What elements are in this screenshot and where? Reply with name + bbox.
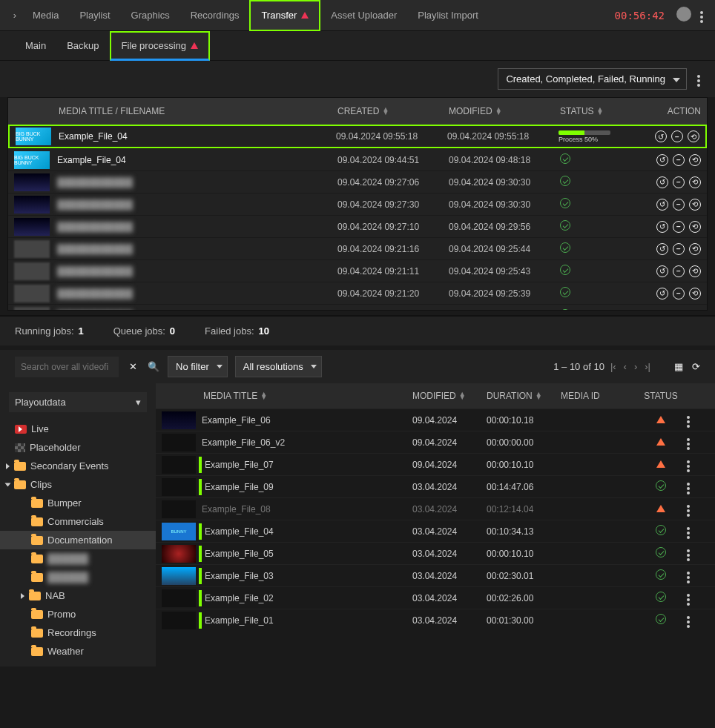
kebab-icon[interactable] [700,10,703,21]
restart-icon[interactable] [656,154,668,166]
row-kebab-icon[interactable] [687,504,709,514]
lcol-title[interactable]: MEDIA TITLE▲▼ [203,391,412,401]
tree-live[interactable]: Live [0,420,156,438]
hist-icon[interactable] [689,176,701,188]
minus-icon[interactable] [673,221,685,233]
nav-tab-transfer[interactable]: Transfer [249,0,320,31]
job-row[interactable]: ████████████09.04.2024 09:21:2409.04.202… [8,304,707,310]
page-last-icon[interactable]: ›| [643,361,652,372]
page-prev-icon[interactable]: ‹ [622,361,628,372]
tree-item-commercials[interactable]: Commercials [0,512,156,531]
row-kebab-icon[interactable] [687,615,709,626]
tree-item-promo[interactable]: Promo [0,605,156,623]
hist-icon[interactable] [689,199,701,211]
tree-item-blurred[interactable]: ██████ [0,568,156,586]
tree-placeholder[interactable]: Placeholder [0,438,156,457]
row-kebab-icon[interactable] [687,549,709,559]
filter-kebab-icon[interactable] [697,73,700,85]
row-kebab-icon[interactable] [687,482,709,492]
row-kebab-icon[interactable] [687,437,709,448]
nav-tab-playlist[interactable]: Playlist [69,0,120,31]
lcol-media-id[interactable]: MEDIA ID [561,391,635,401]
col-status[interactable]: STATUS▲▼ [560,106,634,116]
search-input[interactable] [15,357,119,377]
lcol-duration[interactable]: DURATION▲▼ [487,391,561,401]
tree-item-documentation[interactable]: Documentation [0,531,156,549]
media-row[interactable]: Example_File_06_v209.04.202400:00:00.00 [156,431,715,453]
filter-dropdown[interactable]: No filter [168,356,228,377]
tree-clips[interactable]: Clips [0,475,156,494]
minus-icon[interactable] [673,288,685,300]
clear-icon[interactable]: ✕ [126,361,139,372]
col-created[interactable]: CREATED▲▼ [337,106,449,116]
hist-icon[interactable] [689,310,701,311]
hist-icon[interactable] [689,221,701,233]
page-first-icon[interactable]: |‹ [609,361,618,372]
search-icon[interactable]: 🔍 [147,361,160,372]
media-row[interactable]: Example_File_0303.04.202400:02:30.01 [156,564,715,586]
hist-icon[interactable] [689,154,701,166]
media-row[interactable]: Example_File_0103.04.202400:01:30.00 [156,609,715,631]
row-kebab-icon[interactable] [687,415,709,426]
row-kebab-icon[interactable] [687,460,709,470]
lcol-modified[interactable]: MODIFIED▲▼ [412,391,487,401]
hist-icon[interactable] [689,243,701,255]
subtab-backup[interactable]: Backup [56,31,109,61]
media-row[interactable]: Example_File_0503.04.202400:00:10.10 [156,542,715,564]
status-filter-dropdown[interactable]: Created, Completed, Failed, Running [498,68,687,90]
tree-item-weather[interactable]: Weather [0,642,156,661]
tree-secondary[interactable]: Secondary Events [0,457,156,475]
minus-icon[interactable] [673,176,685,188]
job-row[interactable]: ████████████09.04.2024 09:21:1109.04.202… [8,259,707,282]
tree-item-nab[interactable]: NAB [0,586,156,605]
subtab-file-processing[interactable]: File processing [110,31,210,61]
row-kebab-icon[interactable] [687,571,709,581]
nav-tab-recordings[interactable]: Recordings [180,0,250,31]
page-next-icon[interactable]: › [633,361,639,372]
refresh-icon[interactable]: ⟳ [692,361,700,372]
grid-view-icon[interactable]: ▦ [674,361,683,372]
restart-icon[interactable] [656,243,668,255]
hist-icon[interactable] [689,265,701,277]
media-row[interactable]: Example_File_0803.04.202400:12:14.04 [156,497,715,520]
minus-icon[interactable] [673,310,685,311]
restart-icon[interactable] [655,130,667,142]
tree-root-dropdown[interactable]: Playoutdata▾ [9,392,147,412]
minus-icon[interactable] [671,130,683,142]
nav-tab-graphics[interactable]: Graphics [121,0,180,31]
lcol-status[interactable]: STATUS [635,391,687,401]
tree-item-recordings[interactable]: Recordings [0,623,156,642]
restart-icon[interactable] [656,288,668,300]
restart-icon[interactable] [656,221,668,233]
minus-icon[interactable] [673,243,685,255]
job-row[interactable]: ████████████09.04.2024 09:27:1009.04.202… [8,215,707,237]
job-row[interactable]: ████████████09.04.2024 09:21:2009.04.202… [8,282,707,304]
minus-icon[interactable] [673,154,685,166]
hist-icon[interactable] [688,130,699,142]
media-row[interactable]: Example_File_0903.04.202400:14:47.06 [156,475,715,497]
restart-icon[interactable] [656,310,668,311]
restart-icon[interactable] [656,199,668,211]
job-row[interactable]: ████████████09.04.2024 09:27:0609.04.202… [8,171,707,193]
nav-tab-media[interactable]: Media [22,0,69,31]
tree-item-bumper[interactable]: Bumper [0,494,156,512]
row-kebab-icon[interactable] [687,526,709,537]
job-row[interactable]: ████████████09.04.2024 09:27:3009.04.202… [8,193,707,215]
job-row[interactable]: ████████████09.04.2024 09:21:1609.04.202… [8,237,707,259]
nav-tab-playlist-import[interactable]: Playlist Import [407,0,489,31]
media-row[interactable]: Example_File_0709.04.202400:00:10.10 [156,453,715,475]
nav-tab-asset-uploader[interactable]: Asset Uploader [320,0,407,31]
user-icon[interactable] [676,7,691,24]
media-row[interactable]: Example_File_0203.04.202400:02:26.00 [156,586,715,609]
minus-icon[interactable] [673,199,685,211]
restart-icon[interactable] [656,176,668,188]
row-kebab-icon[interactable] [687,593,709,603]
col-title[interactable]: MEDIA TITLE / FILENAME [59,106,337,116]
minus-icon[interactable] [673,265,685,277]
resolution-dropdown[interactable]: All resolutions [235,356,322,377]
media-row[interactable]: Example_File_0609.04.202400:00:10.18 [156,408,715,431]
subtab-main[interactable]: Main [15,31,56,61]
restart-icon[interactable] [656,265,668,277]
tree-item-blurred[interactable]: ██████ [0,549,156,568]
nav-expand-icon[interactable]: › [7,10,22,21]
